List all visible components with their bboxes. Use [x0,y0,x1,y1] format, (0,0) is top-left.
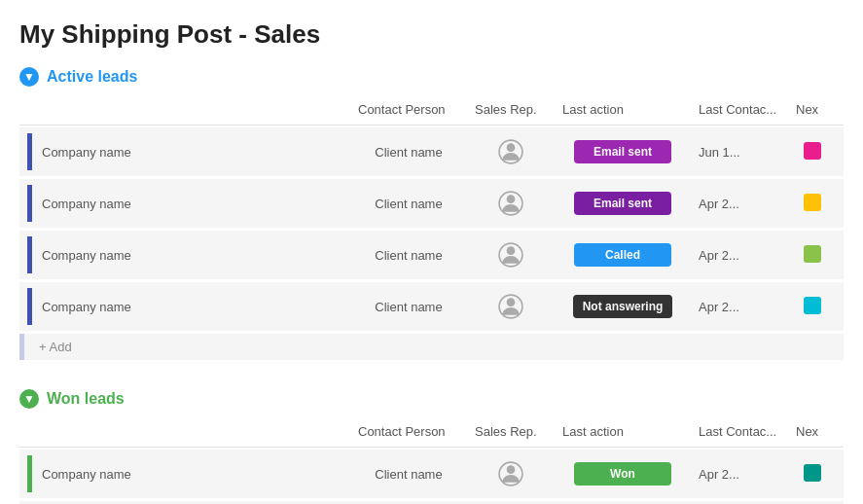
next-cell [788,291,837,323]
company-name: Company name [42,300,131,314]
action-badge[interactable]: Email sent [574,140,671,163]
salesrep-cell [467,132,555,171]
col-lastaction: Last action [555,98,691,121]
last-contact-cell: Jun 1... [691,139,788,165]
svg-point-8 [507,465,516,474]
salesrep-cell [467,454,555,493]
col-lastcontact: Last Contac... [691,98,788,121]
action-cell[interactable]: Called [555,237,691,272]
next-indicator [804,142,821,160]
company-cell: Company name [19,282,350,331]
contact-cell: Client name [350,191,467,217]
side-bar [27,185,32,222]
active-leads-section: ▼ Active leads Contact Person Sales Rep.… [19,67,844,360]
next-indicator [804,194,821,211]
company-cell: Company name [19,231,350,279]
next-indicator [804,464,821,482]
side-bar [27,455,32,492]
action-badge[interactable]: Won [574,462,671,486]
active-leads-icon: ▼ [19,67,39,87]
col-salesrep: Sales Rep. [467,98,555,121]
next-cell [788,188,837,220]
action-badge[interactable]: Not answering [573,295,673,318]
active-leads-title: Active leads [47,68,137,86]
table-row[interactable]: Company name Client name Email sent Apr … [19,179,844,228]
next-indicator [804,297,821,314]
won-col-contact: Contact Person [350,420,467,443]
side-bar [27,236,32,273]
won-leads-icon: ▼ [19,389,39,409]
action-cell[interactable]: Email sent [555,186,691,221]
active-leads-rows: Company name Client name Email sent Jun … [19,127,844,331]
avatar [497,190,524,217]
company-cell: Company name [19,450,350,498]
contact-cell: Client name [350,294,467,320]
won-col-lastcontact: Last Contac... [691,420,788,443]
won-col-salesrep: Sales Rep. [467,420,555,443]
svg-point-6 [507,298,516,306]
next-indicator [804,245,821,263]
company-name: Company name [42,467,131,482]
last-contact-cell: Apr 2... [691,461,788,487]
next-cell [788,458,837,490]
action-cell[interactable]: Not answering [555,289,691,324]
won-col-next: Nex [788,420,837,443]
avatar [497,293,524,320]
svg-point-0 [507,143,516,152]
avatar [497,460,524,487]
col-company [19,98,350,121]
won-leads-header: ▼ Won leads [19,389,844,409]
table-row[interactable]: Company name Client name Called Apr 2... [19,231,844,279]
last-contact-cell: Apr 2... [691,294,788,320]
last-contact-cell: Apr 2... [691,191,788,217]
company-cell: Company name [19,179,350,228]
won-leads-section: ▼ Won leads Contact Person Sales Rep. La… [19,389,844,504]
company-cell: Company name [19,127,350,176]
col-next: Nex [788,98,837,121]
next-cell [788,136,837,168]
last-contact-cell: Apr 2... [691,242,788,269]
salesrep-cell [467,184,555,223]
table-row[interactable]: Company name Client name Won Apr 2... [19,450,844,498]
won-leads-col-headers: Contact Person Sales Rep. Last action La… [19,416,844,448]
col-contact: Contact Person [350,98,467,121]
action-badge[interactable]: Email sent [574,192,671,215]
contact-cell: Client name [350,242,467,269]
add-active-lead-button[interactable]: + Add [19,334,844,360]
salesrep-cell [467,287,555,326]
contact-cell: Client name [350,461,467,487]
avatar [497,241,524,269]
company-name: Company name [42,145,131,160]
page-title: My Shipping Post - Sales [19,19,844,50]
won-col-company [19,420,350,443]
action-badge[interactable]: Called [574,243,671,267]
table-row[interactable]: Company name Client name Email sent Jun … [19,127,844,176]
action-cell[interactable]: Won [555,456,691,491]
won-leads-title: Won leads [47,390,125,408]
contact-cell: Client name [350,139,467,165]
company-name: Company name [42,197,131,211]
next-cell [788,239,837,271]
active-leads-col-headers: Contact Person Sales Rep. Last action La… [19,94,844,126]
won-col-lastaction: Last action [555,420,691,443]
avatar [497,138,524,165]
table-row[interactable]: Company name Client name Not answering A… [19,282,844,331]
company-name: Company name [42,248,131,263]
side-bar [27,288,32,325]
won-leads-rows: Company name Client name Won Apr 2... Co… [19,450,844,504]
active-leads-header: ▼ Active leads [19,67,844,87]
side-bar [27,133,32,170]
svg-point-4 [507,246,516,255]
action-cell[interactable]: Email sent [555,134,691,169]
salesrep-cell [467,235,555,274]
svg-point-2 [507,195,516,203]
